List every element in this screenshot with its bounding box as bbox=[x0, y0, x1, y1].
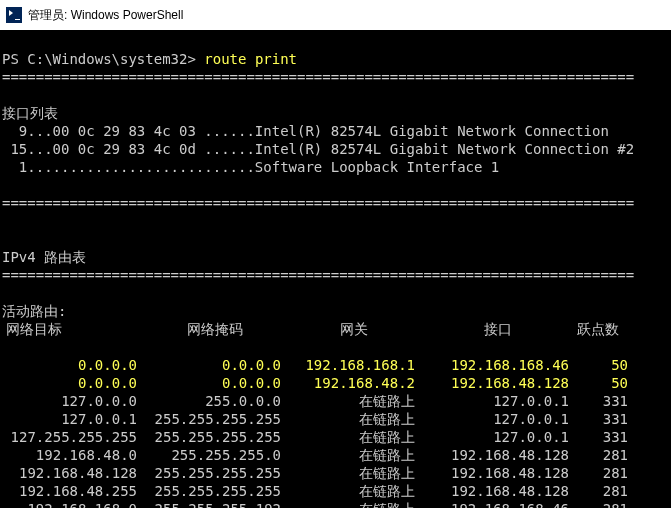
route-row: 192.168.168.0255.255.255.192在链路上192.168.… bbox=[2, 500, 671, 508]
route-row: 0.0.0.00.0.0.0192.168.168.1192.168.168.4… bbox=[2, 356, 671, 374]
route-gw: 在链路上 bbox=[285, 500, 419, 508]
route-iface: 192.168.168.46 bbox=[419, 356, 573, 374]
route-mask: 255.255.255.0 bbox=[141, 446, 285, 464]
route-dest: 192.168.48.0 bbox=[2, 446, 141, 464]
route-header-row: 网络目标 网络掩码 网关 接口 跃点数 bbox=[2, 320, 671, 338]
route-metric: 281 bbox=[573, 464, 632, 482]
divider: ========================================… bbox=[2, 68, 671, 86]
route-mask: 255.255.255.192 bbox=[141, 500, 285, 508]
route-iface: 192.168.48.128 bbox=[419, 446, 573, 464]
route-iface: 127.0.0.1 bbox=[419, 392, 573, 410]
route-gw: 在链路上 bbox=[285, 482, 419, 500]
iface-list-title: 接口列表 bbox=[2, 105, 58, 121]
window-title: 管理员: Windows PowerShell bbox=[28, 7, 183, 24]
route-metric: 281 bbox=[573, 446, 632, 464]
route-mask: 0.0.0.0 bbox=[141, 374, 285, 392]
route-row: 127.0.0.0255.0.0.0在链路上127.0.0.1331 bbox=[2, 392, 671, 410]
prompt: PS C:\Windows\system32> bbox=[2, 51, 196, 67]
route-metric: 50 bbox=[573, 356, 632, 374]
route-iface: 127.0.0.1 bbox=[419, 428, 573, 446]
route-metric: 331 bbox=[573, 410, 632, 428]
route-gw: 在链路上 bbox=[285, 446, 419, 464]
route-dest: 192.168.48.128 bbox=[2, 464, 141, 482]
route-gw: 在链路上 bbox=[285, 392, 419, 410]
iface-line: 1...........................Software Loo… bbox=[2, 158, 671, 176]
route-mask: 255.255.255.255 bbox=[141, 410, 285, 428]
route-mask: 255.0.0.0 bbox=[141, 392, 285, 410]
route-metric: 331 bbox=[573, 428, 632, 446]
iface-line: 9...00 0c 29 83 4c 03 ......Intel(R) 825… bbox=[2, 122, 671, 140]
hdr-mask: 网络掩码 bbox=[145, 320, 289, 338]
route-row: 192.168.48.128255.255.255.255在链路上192.168… bbox=[2, 464, 671, 482]
powershell-icon bbox=[6, 7, 22, 23]
route-row: 192.168.48.255255.255.255.255在链路上192.168… bbox=[2, 482, 671, 500]
route-row: 127.255.255.255255.255.255.255在链路上127.0.… bbox=[2, 428, 671, 446]
console-output[interactable]: PS C:\Windows\system32> route print ====… bbox=[0, 30, 671, 508]
hdr-metric: 跃点数 bbox=[577, 320, 636, 338]
route-gw: 在链路上 bbox=[285, 410, 419, 428]
route-mask: 255.255.255.255 bbox=[141, 464, 285, 482]
divider: ========================================… bbox=[2, 194, 671, 212]
command: route print bbox=[204, 51, 297, 67]
divider: ========================================… bbox=[2, 266, 671, 284]
route-metric: 281 bbox=[573, 482, 632, 500]
route-gw: 192.168.48.2 bbox=[285, 374, 419, 392]
route-dest: 127.0.0.1 bbox=[2, 410, 141, 428]
active-routes-title: 活动路由: bbox=[2, 303, 66, 319]
route-iface: 192.168.48.128 bbox=[419, 464, 573, 482]
route-metric: 281 bbox=[573, 500, 632, 508]
route-gw: 192.168.168.1 bbox=[285, 356, 419, 374]
route-row: 0.0.0.00.0.0.0192.168.48.2192.168.48.128… bbox=[2, 374, 671, 392]
route-mask: 255.255.255.255 bbox=[141, 482, 285, 500]
route-mask: 0.0.0.0 bbox=[141, 356, 285, 374]
hdr-iface: 接口 bbox=[423, 320, 577, 338]
route-gw: 在链路上 bbox=[285, 464, 419, 482]
route-iface: 192.168.48.128 bbox=[419, 374, 573, 392]
hdr-gw: 网关 bbox=[289, 320, 423, 338]
window-titlebar[interactable]: 管理员: Windows PowerShell bbox=[0, 0, 671, 30]
route-metric: 331 bbox=[573, 392, 632, 410]
route-metric: 50 bbox=[573, 374, 632, 392]
route-iface: 192.168.48.128 bbox=[419, 482, 573, 500]
route-dest: 127.255.255.255 bbox=[2, 428, 141, 446]
route-gw: 在链路上 bbox=[285, 428, 419, 446]
route-dest: 192.168.168.0 bbox=[2, 500, 141, 508]
ipv4-title: IPv4 路由表 bbox=[2, 249, 86, 265]
route-dest: 192.168.48.255 bbox=[2, 482, 141, 500]
route-dest: 127.0.0.0 bbox=[2, 392, 141, 410]
route-row: 192.168.48.0255.255.255.0在链路上192.168.48.… bbox=[2, 446, 671, 464]
route-row: 127.0.0.1255.255.255.255在链路上127.0.0.1331 bbox=[2, 410, 671, 428]
route-mask: 255.255.255.255 bbox=[141, 428, 285, 446]
hdr-dest: 网络目标 bbox=[2, 320, 145, 338]
iface-line: 15...00 0c 29 83 4c 0d ......Intel(R) 82… bbox=[2, 140, 671, 158]
route-dest: 0.0.0.0 bbox=[2, 356, 141, 374]
route-iface: 127.0.0.1 bbox=[419, 410, 573, 428]
route-dest: 0.0.0.0 bbox=[2, 374, 141, 392]
route-iface: 192.168.168.46 bbox=[419, 500, 573, 508]
